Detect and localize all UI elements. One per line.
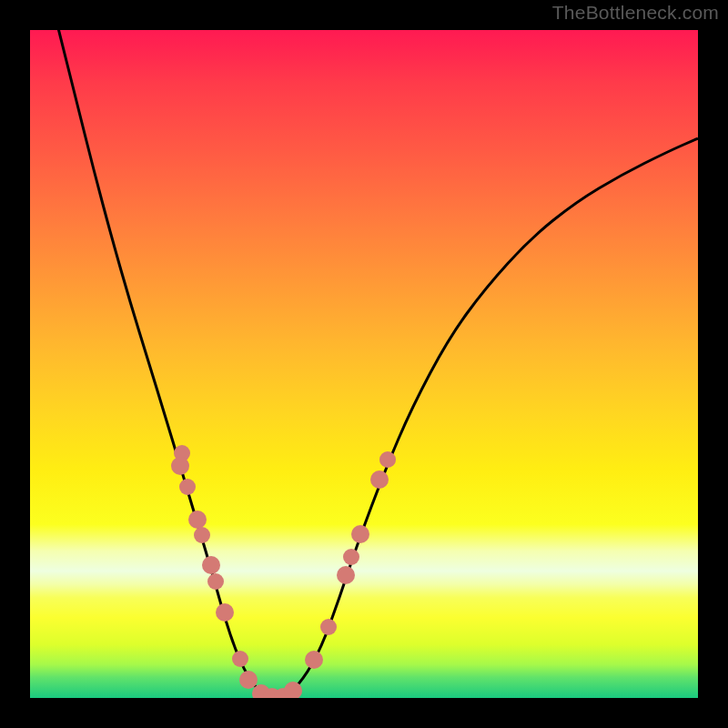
curve-line: [57, 30, 698, 698]
data-marker: [343, 549, 359, 565]
data-marker: [188, 511, 207, 529]
data-marker: [320, 619, 337, 635]
plot-area: [30, 30, 698, 698]
watermark-text: TheBottleneck.com: [552, 2, 719, 24]
data-marker: [379, 451, 396, 468]
data-marker: [370, 470, 389, 489]
data-marker: [202, 556, 220, 574]
data-marker: [337, 566, 355, 584]
data-marker: [305, 651, 323, 669]
data-marker: [171, 457, 189, 475]
data-marker: [207, 573, 224, 590]
data-marker: [232, 651, 248, 667]
data-marker: [179, 479, 196, 495]
data-marker: [194, 527, 210, 543]
data-marker: [239, 671, 258, 689]
data-marker: [216, 603, 234, 622]
chart-svg: [30, 30, 698, 698]
marker-group: [171, 445, 396, 698]
data-marker: [351, 525, 369, 543]
outer-frame: TheBottleneck.com: [0, 0, 728, 728]
bottleneck-curve: [57, 30, 698, 698]
